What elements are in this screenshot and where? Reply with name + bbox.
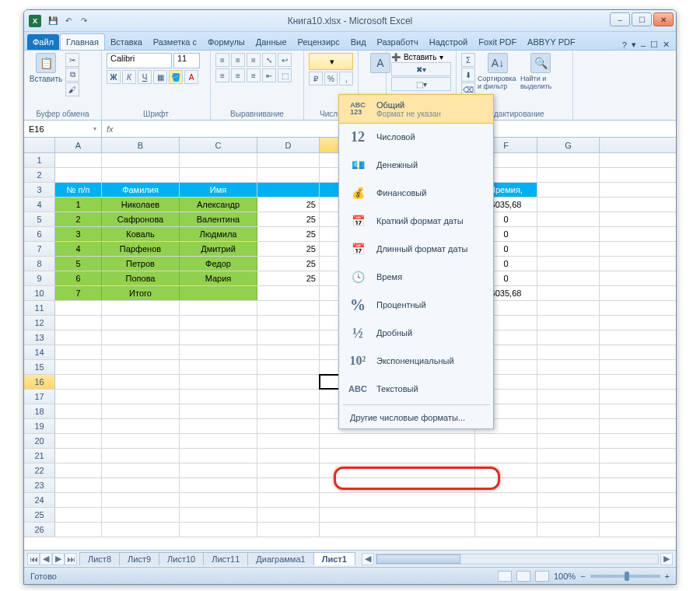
row-header[interactable]: 3	[24, 183, 55, 197]
row-header[interactable]: 9	[24, 271, 55, 285]
cell[interactable]	[55, 153, 102, 167]
align-middle[interactable]: ≡	[231, 53, 245, 67]
col-C[interactable]: C	[180, 138, 257, 152]
cell[interactable]: 25	[257, 198, 320, 212]
tab-layout[interactable]: Разметка с	[148, 34, 202, 50]
cell[interactable]	[257, 449, 320, 463]
cell[interactable]	[257, 478, 320, 492]
fmt-accounting[interactable]: 💰 Финансовый	[339, 179, 493, 207]
row-header[interactable]: 8	[24, 257, 55, 271]
tab-insert[interactable]: Вставка	[105, 34, 148, 50]
cell[interactable]	[102, 449, 180, 463]
tab-data[interactable]: Данные	[250, 34, 292, 50]
delete-cells-button[interactable]: ✖▾	[391, 62, 451, 76]
row-header[interactable]: 26	[24, 523, 55, 537]
tab-review[interactable]: Рецензирс	[292, 34, 345, 50]
sheet-tab[interactable]: Диаграмма1	[247, 552, 313, 565]
fmt-short-date[interactable]: 📅 Краткий формат даты	[339, 207, 493, 235]
row-header[interactable]: 6	[24, 227, 55, 241]
workbook-minimize[interactable]: –	[641, 40, 646, 50]
cell[interactable]	[180, 375, 257, 389]
tab-nav-next[interactable]: ▶	[52, 553, 65, 565]
cell[interactable]	[55, 330, 102, 344]
row-header[interactable]: 25	[24, 508, 55, 522]
cell[interactable]	[257, 168, 320, 182]
cell[interactable]	[257, 493, 320, 507]
cell[interactable]	[537, 257, 600, 271]
cell[interactable]: Людмила	[180, 227, 257, 241]
cell[interactable]	[102, 478, 180, 492]
row-header[interactable]: 16	[24, 375, 55, 389]
row-header[interactable]: 4	[24, 198, 55, 212]
workbook-close[interactable]: ✕	[663, 40, 670, 50]
cell[interactable]	[55, 478, 102, 492]
cell[interactable]: Сафронова	[102, 212, 180, 226]
align-center[interactable]: ≡	[231, 68, 245, 82]
cell[interactable]	[55, 404, 102, 418]
cell[interactable]: 25	[257, 271, 320, 285]
row-header[interactable]: 19	[24, 419, 55, 433]
cell[interactable]	[320, 508, 475, 522]
cell[interactable]	[257, 316, 320, 330]
cell[interactable]	[102, 508, 180, 522]
paste-button[interactable]: 📋 Вставить	[29, 53, 63, 96]
cell[interactable]	[475, 478, 537, 492]
cell[interactable]	[180, 360, 257, 374]
cell[interactable]	[102, 330, 180, 344]
cell[interactable]	[537, 168, 600, 182]
cell[interactable]	[180, 523, 257, 537]
cell[interactable]	[55, 493, 102, 507]
cell[interactable]: Мария	[180, 271, 257, 285]
sheet-tab[interactable]: Лист9	[119, 552, 159, 565]
number-format-select[interactable]: ▾	[309, 53, 353, 70]
cell[interactable]: 25	[257, 257, 320, 271]
cell[interactable]	[102, 301, 180, 315]
cut-button[interactable]: ✂	[65, 53, 79, 67]
cell[interactable]	[537, 212, 600, 226]
scroll-right[interactable]: ▶	[660, 553, 673, 565]
border-button[interactable]: ▦	[153, 70, 167, 84]
col-D[interactable]: D	[257, 138, 320, 152]
zoom-out[interactable]: −	[580, 572, 585, 581]
cell[interactable]	[537, 508, 600, 522]
cell[interactable]	[180, 478, 257, 492]
cell[interactable]: Имя	[180, 183, 257, 197]
row-header[interactable]: 12	[24, 316, 55, 330]
cell[interactable]	[537, 316, 600, 330]
format-cells-button[interactable]: ⬚▾	[391, 77, 451, 91]
col-B[interactable]: B	[102, 138, 180, 152]
cell[interactable]	[537, 301, 600, 315]
cell[interactable]	[475, 508, 537, 522]
cell[interactable]	[320, 449, 475, 463]
tab-addins[interactable]: Надстрой	[424, 34, 473, 50]
fill-color-button[interactable]: 🪣	[169, 70, 183, 84]
minimize-button[interactable]: –	[610, 12, 630, 26]
cell[interactable]	[537, 478, 600, 492]
align-left[interactable]: ≡	[215, 68, 229, 82]
cell[interactable]: Валентина	[180, 212, 257, 226]
fmt-fraction[interactable]: ½ Дробный	[339, 319, 493, 347]
row-header[interactable]: 17	[24, 390, 55, 404]
row-header[interactable]: 11	[24, 301, 55, 315]
cell[interactable]	[102, 434, 180, 448]
cell[interactable]	[55, 345, 102, 359]
name-box[interactable]: E16 ▾	[24, 121, 102, 137]
cell[interactable]: 25	[257, 227, 320, 241]
sheet-tab-active[interactable]: Лист1	[313, 552, 355, 565]
cell[interactable]	[257, 390, 320, 404]
cell[interactable]	[537, 242, 600, 256]
cell[interactable]: Федор	[180, 257, 257, 271]
cell[interactable]	[180, 463, 257, 477]
row-header[interactable]: 2	[24, 168, 55, 182]
cell[interactable]	[257, 434, 320, 448]
copy-button[interactable]: ⧉	[65, 68, 79, 82]
cell[interactable]	[257, 360, 320, 374]
cell[interactable]: 25	[257, 212, 320, 226]
cell[interactable]	[537, 523, 600, 537]
cell[interactable]	[55, 390, 102, 404]
font-name-select[interactable]: Calibri	[107, 53, 172, 68]
cell[interactable]	[257, 463, 320, 477]
cell[interactable]	[55, 523, 102, 537]
fmt-scientific[interactable]: 10² Экспоненциальный	[339, 347, 493, 375]
cell[interactable]	[55, 419, 102, 433]
